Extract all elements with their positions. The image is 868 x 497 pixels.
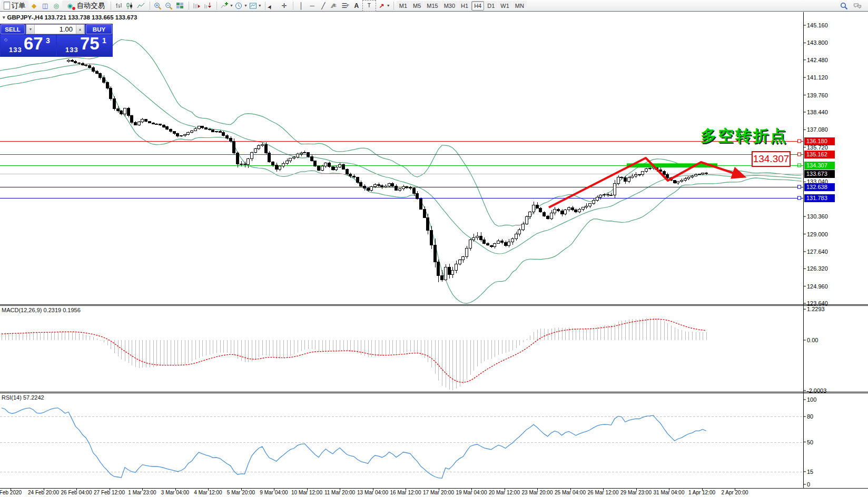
buy-button[interactable]: BUY <box>86 24 112 34</box>
price-tick-133.040: 133.040 <box>807 178 828 185</box>
candles <box>67 59 708 282</box>
mt4-window: 订单◆◫◎◉自动交易▼▼▼➤✛│─╱∕∕E☰FAT↗▼M1M5M15M30H1H… <box>0 0 868 497</box>
dropdown-caret-icon[interactable]: ▼ <box>258 4 262 7</box>
macd-axis-1.2293: 1.2293 <box>807 306 825 312</box>
new-order-icon <box>4 2 10 9</box>
sell-pip-digit: 3 <box>46 36 50 45</box>
trendline-icon[interactable]: ╱ <box>318 1 329 11</box>
price-tick-145.160: 145.160 <box>807 22 828 28</box>
rsi-axis-15: 15 <box>807 469 813 475</box>
timeframe-w1-button[interactable]: W1 <box>498 1 512 11</box>
price-tick-142.480: 142.480 <box>807 57 828 63</box>
market-watch-icon[interactable]: ◆ <box>29 1 40 11</box>
sell-button[interactable]: SELL <box>1 24 25 34</box>
zoom-in-icon[interactable] <box>153 1 163 11</box>
buy-price-display[interactable]: 133 75 1 <box>57 35 112 56</box>
chart-symbol-icon: ▾ <box>3 15 5 20</box>
bollinger-lower <box>0 69 802 304</box>
support-line-2-handle[interactable] <box>798 196 801 200</box>
timeframe-m30-button[interactable]: M30 <box>441 1 458 11</box>
support-line-1-handle[interactable] <box>798 185 801 188</box>
sell-price-display[interactable]: ◇ 133 67 3 <box>1 35 56 56</box>
tile-windows-icon[interactable] <box>175 1 185 11</box>
macd-histogram <box>2 318 707 390</box>
price-tick-141.120: 141.120 <box>807 74 828 81</box>
macd-axis-0.00: 0.00 <box>807 337 818 343</box>
toolbar-separator <box>150 2 150 10</box>
zoom-out-icon[interactable] <box>164 1 174 11</box>
auto-scroll-icon[interactable] <box>192 1 202 11</box>
rsi-axis-80: 80 <box>807 413 813 420</box>
toolbar-separator <box>293 2 293 10</box>
price-tick-130.360: 130.360 <box>807 213 828 220</box>
crosshair-icon[interactable]: ✛ <box>279 1 290 11</box>
toolbar-separator <box>189 2 189 10</box>
volume-input[interactable]: 1.00 <box>35 25 76 34</box>
chart-title-text: GBPJPY-,H4 133.721 133.738 133.665 133.6… <box>7 14 137 21</box>
data-window-icon[interactable]: ◫ <box>40 1 51 11</box>
timeframe-m1-button[interactable]: M1 <box>397 1 410 11</box>
timeframe-m5-button[interactable]: M5 <box>410 1 423 11</box>
price-label-134.307: 134.307 <box>804 162 835 170</box>
price-label-133.673: 133.673 <box>804 170 835 178</box>
rsi-axis-50: 50 <box>807 439 813 445</box>
macd-axis--2.0003: -2.0003 <box>807 387 826 394</box>
price-callout-label[interactable]: 134.307 <box>752 151 791 167</box>
dropdown-caret-icon[interactable]: ▼ <box>244 4 248 7</box>
dropdown-caret-icon[interactable]: ▼ <box>230 4 233 7</box>
resistance-line-2-handle[interactable] <box>798 153 801 156</box>
line-chart-icon[interactable] <box>136 1 146 11</box>
price-tick-138.440: 138.440 <box>807 109 828 115</box>
spinner-up-icon[interactable]: ▲ <box>76 25 84 34</box>
timeframe-mn-button[interactable]: MN <box>512 1 527 11</box>
cursor-icon[interactable]: ➤ <box>266 0 280 13</box>
chart-annotation-text[interactable]: 多空转折点 <box>701 125 787 147</box>
search-icon[interactable] <box>839 1 849 11</box>
diamond-icon: ◇ <box>4 37 7 42</box>
resistance-line-1-handle[interactable] <box>798 140 801 143</box>
one-click-trading-panel: SELL ▼ 1.00 ▲ BUY ◇ 133 67 3 133 75 1 <box>0 24 113 57</box>
timeframe-h1-button[interactable]: H1 <box>458 1 471 11</box>
text-icon[interactable]: A <box>351 1 362 11</box>
equidistant-channel-icon[interactable]: ∕∕E <box>329 1 340 11</box>
price-tick-137.080: 137.080 <box>807 126 828 133</box>
periods-icon[interactable] <box>234 1 244 11</box>
timeframe-d1-button[interactable]: D1 <box>485 1 497 11</box>
vertical-line-icon[interactable]: │ <box>296 1 307 11</box>
templates-icon[interactable] <box>248 1 259 11</box>
signals-icon[interactable]: ◎ <box>51 1 62 11</box>
new-order-button[interactable]: 订单 <box>1 1 28 11</box>
time-tick[interactable]: 2 Apr 20:00 <box>711 490 759 495</box>
main-chart-layer <box>0 39 803 303</box>
timeframe-m15-button[interactable]: M15 <box>424 1 440 11</box>
price-tick-135.720: 135.720 <box>807 144 828 151</box>
sell-main-digits: 67 <box>24 34 43 54</box>
price-tick-126.320: 126.320 <box>807 265 828 272</box>
rsi-axis-100: 100 <box>807 396 816 403</box>
toolbar-separator <box>393 2 394 10</box>
buy-big-figure: 133 <box>65 46 78 54</box>
chart-shift-icon[interactable] <box>203 1 213 11</box>
indicators-icon[interactable] <box>220 1 230 11</box>
price-label-135.162: 135.162 <box>804 151 835 158</box>
rsi-indicator-label: RSI(14) 57.2242 <box>2 394 44 401</box>
horizontal-line-icon[interactable]: ─ <box>307 1 318 11</box>
label-icon[interactable]: T <box>362 0 376 12</box>
toolbar-separator <box>216 2 217 10</box>
bar-chart-icon[interactable] <box>114 1 124 11</box>
buy-main-digits: 75 <box>80 34 100 54</box>
fibonacci-icon[interactable]: ☰F <box>340 1 351 11</box>
chat-icon[interactable] <box>852 1 863 11</box>
arrows-icon[interactable]: ↗ <box>377 1 387 11</box>
price-label-131.783: 131.783 <box>804 194 835 202</box>
rsi-line <box>2 408 706 479</box>
price-tick-129.000: 129.000 <box>807 231 828 237</box>
spinner-down-icon[interactable]: ▼ <box>26 25 35 34</box>
candlestick-chart-icon[interactable] <box>125 1 135 11</box>
timeframe-h4-button[interactable]: H4 <box>471 1 484 11</box>
autotrading-button[interactable]: ◉自动交易 <box>62 1 107 11</box>
volume-control: ▼ 1.00 ▲ <box>26 24 85 34</box>
rsi-axis-0: 0 <box>807 481 810 488</box>
dropdown-caret-icon[interactable]: ▼ <box>387 4 390 7</box>
price-tick-127.640: 127.640 <box>807 248 828 255</box>
